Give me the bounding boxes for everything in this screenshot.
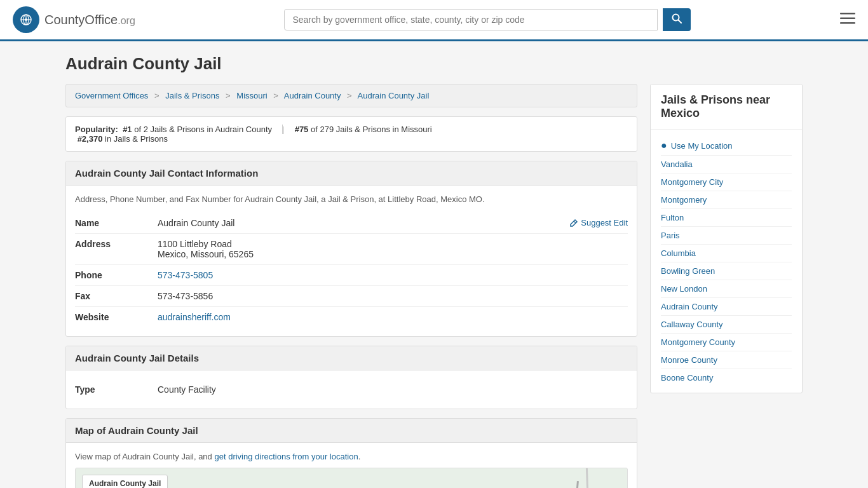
website-value: audrainsheriff.com bbox=[158, 307, 628, 328]
table-row: Website audrainsheriff.com bbox=[75, 307, 628, 328]
breadcrumb-link-5[interactable]: Audrain County Jail bbox=[358, 91, 430, 100]
menu-button[interactable] bbox=[840, 13, 855, 27]
map-section: Map of Audrain County Jail View map of A… bbox=[65, 418, 637, 488]
name-label: Name bbox=[75, 213, 158, 234]
fax-label: Fax bbox=[75, 286, 158, 307]
map-label-box: Audrain County Jail View larger map bbox=[82, 475, 168, 488]
suggest-edit-link[interactable]: Suggest Edit bbox=[569, 218, 628, 227]
details-section-header: Audrain County Jail Details bbox=[66, 346, 637, 370]
phone-link[interactable]: 573-473-5805 bbox=[158, 270, 213, 280]
rank2: #75 bbox=[295, 125, 309, 134]
search-button[interactable] bbox=[663, 8, 691, 31]
page-wrapper: Audrain County Jail Government Offices >… bbox=[53, 41, 815, 488]
breadcrumb-sep-1: > bbox=[154, 91, 159, 100]
contact-section: Audrain County Jail Contact Information … bbox=[65, 161, 637, 337]
location-pin-icon: ● bbox=[661, 140, 667, 151]
site-header: CountyOffice.org bbox=[0, 0, 868, 41]
table-row: Name Audrain County Jail Suggest Edit bbox=[75, 213, 628, 234]
contact-section-header: Audrain County Jail Contact Information bbox=[66, 161, 637, 186]
svg-rect-9 bbox=[840, 18, 855, 20]
sidebar-link-columbia[interactable]: Columbia bbox=[661, 244, 792, 262]
breadcrumb-sep-4: > bbox=[347, 91, 352, 100]
sidebar-link-fulton[interactable]: Fulton bbox=[661, 208, 792, 226]
contact-info-table: Name Audrain County Jail Suggest Edit bbox=[75, 213, 628, 327]
logo-label: CountyOffice.org bbox=[44, 13, 135, 27]
page-title: Audrain County Jail bbox=[65, 54, 803, 74]
sidebar-link-audrain-county[interactable]: Audrain County bbox=[661, 297, 792, 315]
website-link[interactable]: audrainsheriff.com bbox=[158, 312, 231, 322]
sidebar-title: Jails & Prisons near Mexico bbox=[651, 85, 802, 130]
phone-value: 573-473-5805 bbox=[158, 265, 628, 286]
popularity-bar: Popularity: #1 of 2 Jails & Prisons in A… bbox=[65, 116, 637, 152]
map-road-2 bbox=[586, 468, 590, 488]
sidebar-link-new-london[interactable]: New London bbox=[661, 280, 792, 297]
content-layout: Government Offices > Jails & Prisons > M… bbox=[65, 84, 803, 488]
svg-point-5 bbox=[25, 18, 27, 21]
driving-directions-link[interactable]: get driving directions from your locatio… bbox=[214, 452, 358, 461]
sidebar-link-paris[interactable]: Paris bbox=[661, 226, 792, 244]
sep: | bbox=[282, 125, 285, 134]
rank3-of: in Jails & Prisons bbox=[105, 134, 168, 144]
breadcrumb-link-2[interactable]: Jails & Prisons bbox=[165, 91, 219, 100]
sidebar-link-montgomery[interactable]: Montgomery bbox=[661, 191, 792, 208]
breadcrumb: Government Offices > Jails & Prisons > M… bbox=[65, 84, 637, 107]
table-row: Phone 573-473-5805 bbox=[75, 265, 628, 286]
rank1: #1 bbox=[123, 125, 132, 134]
map-road-1 bbox=[572, 481, 579, 488]
details-info-table: Type County Facility bbox=[75, 379, 628, 400]
map-section-header: Map of Audrain County Jail bbox=[66, 419, 637, 443]
website-label: Website bbox=[75, 307, 158, 328]
sidebar-box: Jails & Prisons near Mexico ● Use My Loc… bbox=[650, 84, 803, 393]
contact-section-body: Address, Phone Number, and Fax Number fo… bbox=[66, 186, 637, 336]
sidebar-link-bowling-green[interactable]: Bowling Green bbox=[661, 262, 792, 280]
phone-label: Phone bbox=[75, 265, 158, 286]
map-description: View map of Audrain County Jail, and get… bbox=[75, 452, 628, 461]
breadcrumb-link-1[interactable]: Government Offices bbox=[75, 91, 148, 100]
fax-value: 573-473-5856 bbox=[158, 286, 628, 307]
rank3: #2,370 bbox=[78, 134, 103, 144]
use-location-link[interactable]: ● Use My Location bbox=[661, 136, 792, 155]
table-row: Address 1100 Littleby RoadMexico, Missou… bbox=[75, 234, 628, 265]
svg-line-7 bbox=[679, 20, 682, 24]
map-place-name: Audrain County Jail bbox=[89, 479, 161, 488]
name-value: Audrain County Jail Suggest Edit bbox=[158, 213, 628, 234]
sidebar-link-montgomery-city[interactable]: Montgomery City bbox=[661, 173, 792, 191]
search-area bbox=[284, 8, 691, 31]
svg-rect-10 bbox=[840, 22, 855, 24]
rank1-of: of 2 Jails & Prisons in Audrain County bbox=[134, 125, 272, 134]
sidebar-link-callaway-county[interactable]: Callaway County bbox=[661, 315, 792, 333]
svg-rect-8 bbox=[840, 13, 855, 15]
popularity-label: Popularity: bbox=[75, 125, 118, 134]
table-row: Type County Facility bbox=[75, 379, 628, 400]
sidebar-link-monroe-county[interactable]: Monroe County bbox=[661, 351, 792, 369]
sidebar: Jails & Prisons near Mexico ● Use My Loc… bbox=[650, 84, 803, 488]
search-input[interactable] bbox=[284, 9, 658, 30]
breadcrumb-sep-3: > bbox=[273, 91, 278, 100]
contact-section-desc: Address, Phone Number, and Fax Number fo… bbox=[75, 194, 628, 204]
map-section-body: View map of Audrain County Jail, and get… bbox=[66, 443, 637, 488]
type-label: Type bbox=[75, 379, 158, 400]
address-value: 1100 Littleby RoadMexico, Missouri, 6526… bbox=[158, 234, 628, 265]
sidebar-link-boone-county[interactable]: Boone County bbox=[661, 369, 792, 386]
details-section: Audrain County Jail Details Type County … bbox=[65, 346, 637, 409]
table-row: Fax 573-473-5856 bbox=[75, 286, 628, 307]
rank2-of: of 279 Jails & Prisons in Missouri bbox=[311, 125, 432, 134]
sidebar-body: ● Use My Location Vandalia Montgomery Ci… bbox=[651, 130, 802, 393]
address-label: Address bbox=[75, 234, 158, 265]
details-section-body: Type County Facility bbox=[66, 370, 637, 409]
logo[interactable]: CountyOffice.org bbox=[13, 6, 135, 33]
main-content: Government Offices > Jails & Prisons > M… bbox=[65, 84, 637, 488]
map-container[interactable]: Audrain County Jail View larger map bbox=[75, 468, 628, 488]
sidebar-link-vandalia[interactable]: Vandalia bbox=[661, 155, 792, 173]
breadcrumb-sep-2: > bbox=[226, 91, 231, 100]
sidebar-link-montgomery-county[interactable]: Montgomery County bbox=[661, 333, 792, 351]
breadcrumb-link-3[interactable]: Missouri bbox=[236, 91, 267, 100]
type-value: County Facility bbox=[158, 379, 628, 400]
logo-icon bbox=[13, 6, 39, 33]
svg-line-11 bbox=[574, 221, 576, 223]
breadcrumb-link-4[interactable]: Audrain County bbox=[284, 91, 341, 100]
